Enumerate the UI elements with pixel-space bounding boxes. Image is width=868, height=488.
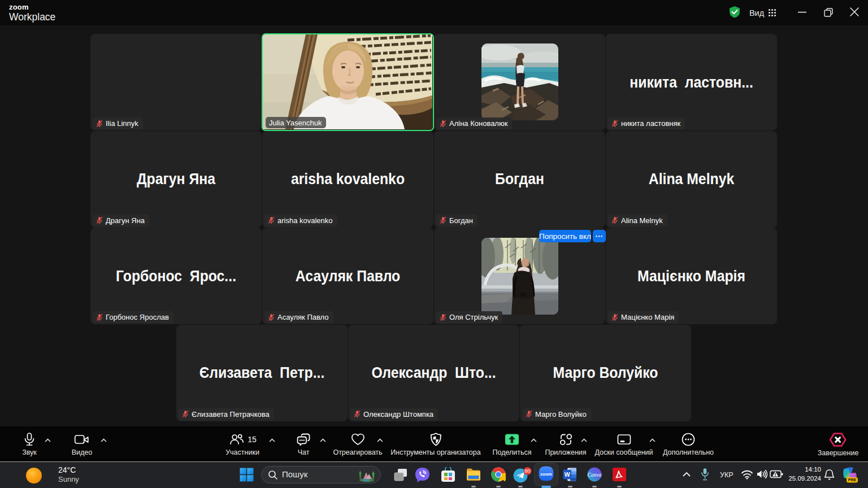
svg-text:zoom: zoom — [540, 472, 552, 477]
svg-text:W: W — [565, 471, 570, 478]
svg-text:Canva: Canva — [588, 472, 602, 478]
svg-text:PRE: PRE — [848, 478, 857, 482]
svg-text:80: 80 — [524, 468, 530, 474]
